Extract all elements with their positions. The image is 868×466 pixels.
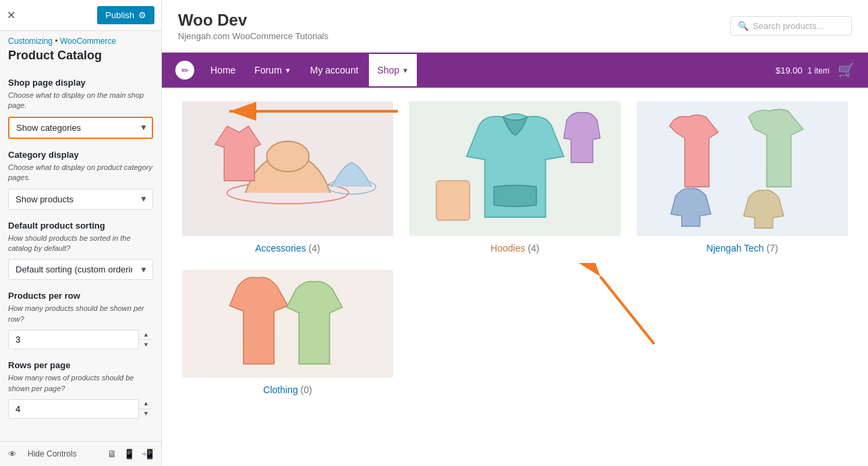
eye-icon: 👁 [8,449,17,459]
breadcrumb-part2[interactable]: WooCommerce [60,36,116,46]
store-title: Woo Dev [178,11,328,30]
store-header: Woo Dev Njengah.com WooCommerce Tutorial… [162,0,868,53]
desktop-view-button[interactable]: 🖥 [107,448,117,459]
chevron-down-icon-shop: ▼ [402,67,409,74]
default-sorting-section: Default product sorting How should produ… [8,221,153,281]
panel-title: Product Catalog [0,49,161,69]
category-display-wrapper: Show products Show subcategories Show bo… [8,189,153,210]
product-image-clothing [182,270,393,378]
shop-page-display-desc: Choose what to display on the main shop … [8,90,153,111]
rows-per-page-label: Rows per page [8,360,153,370]
nav-bar: ✏ Home Forum ▼ My account Shop ▼ $19.00 … [162,53,868,88]
product-image-hoodies [409,101,620,236]
nav-item-home[interactable]: Home [202,54,243,86]
publish-label: Publish [105,10,134,20]
rows-per-page-input[interactable]: 4 [8,399,153,419]
product-name-accessories[interactable]: Accessories (4) [182,243,393,254]
nav-label-shop: Shop [377,65,399,76]
nav-item-myaccount[interactable]: My account [302,54,367,86]
pencil-icon: ✏ [181,65,189,76]
product-card-hoodies[interactable]: Hoodies (4) [409,101,620,254]
nav-label-myaccount: My account [310,65,359,76]
product-name-clothing[interactable]: Clothing (0) [182,384,393,395]
product-name-hoodies[interactable]: Hoodies (4) [409,243,620,254]
svg-rect-3 [436,181,470,221]
product-image-accessories [182,101,393,236]
spinner-buttons-2: ▲ ▼ [138,399,153,419]
search-bar[interactable]: 🔍 Search products... [730,16,852,36]
svg-point-1 [266,142,309,172]
nav-item-forum[interactable]: Forum ▼ [246,54,299,86]
products-per-row-label: Products per row [8,291,153,301]
gear-icon: ⚙ [138,10,146,20]
cart-icon[interactable]: 🛒 [838,62,855,78]
category-display-label: Category display [8,150,153,160]
rows-per-page-desc: How many rows of products should be show… [8,373,153,394]
rows-per-page-wrapper: 4 ▲ ▼ [8,399,153,419]
breadcrumb-part1[interactable]: Customizing [8,36,53,46]
store-info: Woo Dev Njengah.com WooCommerce Tutorial… [178,11,328,41]
nav-item-shop[interactable]: Shop ▼ [369,54,417,86]
shop-page-display-section: Shop page display Choose what to display… [8,78,153,139]
nav-edit-button[interactable]: ✏ [175,61,194,80]
products-per-row-section: Products per row How many products shoul… [8,291,153,349]
product-grid: Accessories (4) [182,101,848,395]
footer-icons: 🖥 📱 📲 [107,448,153,459]
products-per-row-input[interactable]: 3 [8,330,153,349]
products-per-row-desc: How many products should be shown per ro… [8,303,153,324]
search-icon: 🔍 [738,21,749,31]
publish-button[interactable]: Publish ⚙ [97,6,154,24]
default-sorting-wrapper: Default sorting (custom ordering + n Pop… [8,259,153,280]
preview-panel: Woo Dev Njengah.com WooCommerce Tutorial… [162,0,868,466]
category-display-desc: Choose what to display on product catego… [8,163,153,183]
product-card-accessories[interactable]: Accessories (4) [182,101,393,254]
hide-controls-button[interactable]: Hide Controls [28,449,77,459]
default-sorting-label: Default product sorting [8,221,153,231]
panel-footer: 👁 Hide Controls 🖥 📱 📲 [0,441,161,466]
default-sorting-desc: How should products be sorted in the cat… [8,233,153,254]
nav-left: ✏ Home Forum ▼ My account Shop ▼ [175,54,417,86]
tablet-view-button[interactable]: 📱 [123,448,135,459]
main-content: Accessories (4) [162,88,868,466]
product-name-njengah-tech[interactable]: Njengah Tech (7) [637,243,848,254]
product-image-njengah-tech [637,101,848,236]
category-display-select[interactable]: Show products Show subcategories Show bo… [8,189,153,210]
nav-label-home: Home [210,65,235,76]
category-display-section: Category display Choose what to display … [8,150,153,210]
increment-rows-button[interactable]: ▲ [139,399,153,409]
store-subtitle: Njengah.com WooCommerce Tutorials [178,31,328,41]
hide-controls-label: Hide Controls [28,449,77,459]
nav-right: $19.00 1 item 🛒 [776,62,855,78]
rows-per-page-section: Rows per page How many rows of products … [8,360,153,419]
product-card-clothing[interactable]: Clothing (0) [182,270,393,395]
chevron-down-icon-forum: ▼ [285,67,291,74]
default-sorting-select[interactable]: Default sorting (custom ordering + n Pop… [8,259,153,280]
products-per-row-wrapper: 3 ▲ ▼ [8,330,153,349]
shop-page-display-select[interactable]: Show categories Show products Show both [8,117,153,139]
shop-page-display-wrapper: Show categories Show products Show both … [8,117,153,139]
decrement-rows-button[interactable]: ▼ [139,409,153,419]
cart-item-count: 1 item [807,66,830,76]
top-bar: ✕ Publish ⚙ [0,0,161,31]
nav-label-forum: Forum [254,65,281,76]
customizer-panel: ✕ Publish ⚙ Customizing • WooCommerce Pr… [0,0,162,466]
product-card-njengah-tech[interactable]: Njengah Tech (7) [637,101,848,254]
increment-button[interactable]: ▲ [139,330,153,340]
breadcrumb-separator: • [55,36,60,46]
spinner-buttons: ▲ ▼ [138,330,153,349]
panel-content: Shop page display Choose what to display… [0,69,161,441]
mobile-view-button[interactable]: 📲 [142,448,153,459]
close-button[interactable]: ✕ [7,9,16,22]
decrement-button[interactable]: ▼ [139,340,153,349]
cart-amount: $19.00 1 item [776,65,830,76]
shop-page-display-label: Shop page display [8,78,153,88]
breadcrumb: Customizing • WooCommerce [0,31,161,49]
search-placeholder: Search products... [753,21,824,31]
